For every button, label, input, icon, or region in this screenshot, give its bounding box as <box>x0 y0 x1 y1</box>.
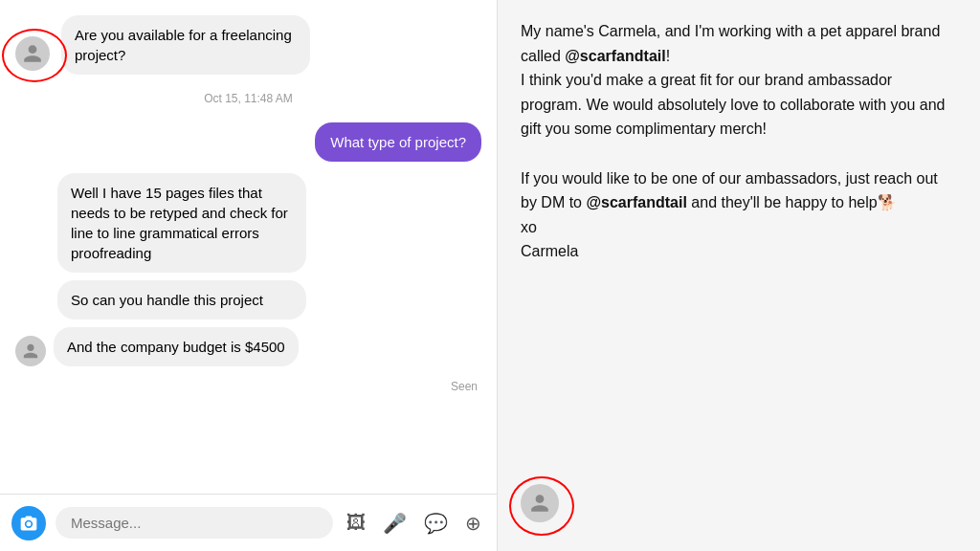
person-icon <box>22 43 43 64</box>
input-bar: 🖼 🎤 💬 ⊕ <box>0 494 497 551</box>
brand-tag-2: @scarfandtail <box>586 194 686 210</box>
timestamp: Oct 15, 11:48 AM <box>15 92 481 105</box>
person-icon-small <box>22 342 39 360</box>
camera-button[interactable] <box>11 506 46 540</box>
right-bottom-row <box>521 484 957 532</box>
message-row-incoming-3: So can you handle this project <box>57 280 481 320</box>
camera-icon <box>19 514 38 533</box>
brand-tag-1: @scarfandtail <box>565 48 665 64</box>
add-icon[interactable]: ⊕ <box>461 508 485 539</box>
bubble-incoming-1: Are you available for a freelancing proj… <box>61 15 310 75</box>
right-panel: My name's Carmela, and I'm working with … <box>498 0 980 551</box>
right-message-body: My name's Carmela, and I'm working with … <box>521 19 957 473</box>
message-row-incoming-1: Are you available for a freelancing proj… <box>15 15 481 75</box>
chat-icon[interactable]: 💬 <box>420 508 452 539</box>
bubble-incoming-3: So can you handle this project <box>57 280 306 320</box>
avatar-wrapper <box>15 36 54 75</box>
right-avatar <box>521 484 559 522</box>
messages-area: Are you available for a freelancing proj… <box>0 0 497 494</box>
right-avatar-wrapper <box>521 484 568 532</box>
image-icon[interactable]: 🖼 <box>343 508 369 538</box>
left-chat-panel: Are you available for a freelancing proj… <box>0 0 498 551</box>
right-person-icon <box>529 493 550 514</box>
message-row-incoming-2: Well I have 15 pages files that needs to… <box>57 173 481 273</box>
avatar-small <box>15 336 46 366</box>
message-input[interactable] <box>56 507 333 539</box>
message-row-outgoing: What type of project? <box>15 122 481 162</box>
message-row-incoming-4: And the company budget is $4500 <box>15 327 481 366</box>
mic-icon[interactable]: 🎤 <box>379 508 411 539</box>
avatar <box>15 36 50 71</box>
bubble-outgoing: What type of project? <box>315 122 481 162</box>
seen-indicator: Seen <box>15 380 481 393</box>
bubble-incoming-2: Well I have 15 pages files that needs to… <box>57 173 306 273</box>
bubble-incoming-4: And the company budget is $4500 <box>54 327 299 366</box>
